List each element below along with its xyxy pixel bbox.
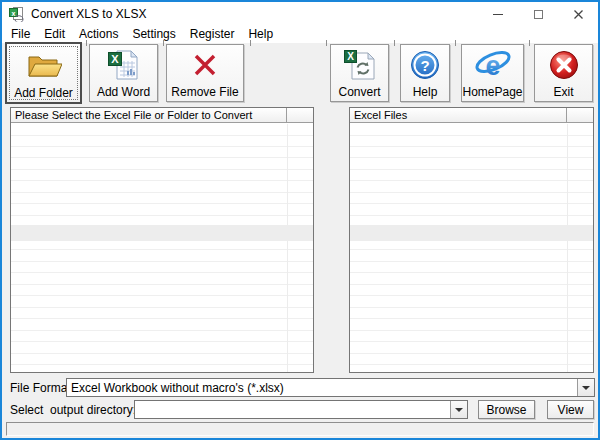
source-list-column-header[interactable]: Please Select the Excel File or Folder t… [11, 108, 287, 122]
menu-help[interactable]: Help [241, 26, 280, 43]
svg-text:X: X [347, 51, 354, 62]
app-icon: x [8, 6, 24, 22]
menu-register[interactable]: Register [183, 26, 242, 43]
svg-text:x: x [12, 10, 16, 17]
exit-cross-icon [548, 45, 580, 85]
question-mark-icon: ? [409, 45, 441, 85]
output-directory-label: Select output directory: [10, 403, 136, 417]
svg-text:X: X [111, 53, 119, 65]
convert-document-icon: X [343, 45, 377, 85]
add-word-button[interactable]: X Add Word [89, 44, 158, 102]
excel-list-body[interactable] [350, 124, 593, 372]
toolbar-button-label: Convert [338, 85, 380, 99]
toolbar-button-label: Add Word [97, 85, 150, 99]
menu-settings[interactable]: Settings [125, 26, 182, 43]
source-list-header: Please Select the Excel File or Folder t… [11, 108, 313, 123]
menu-edit[interactable]: Edit [37, 26, 72, 43]
file-format-combobox[interactable]: Excel Workbook without macro's (*.xlsx) [66, 378, 595, 397]
minimize-button[interactable] [478, 2, 518, 26]
source-files-list[interactable]: Please Select the Excel File or Folder t… [10, 107, 314, 373]
red-cross-icon [189, 45, 221, 85]
excel-list-extra-column[interactable] [567, 108, 593, 122]
toolbar-separator [529, 40, 530, 46]
row-highlight [350, 225, 593, 241]
output-directory-dropdown-button[interactable] [450, 401, 467, 418]
toolbar-button-label: Exit [553, 85, 573, 99]
toolbar-button-label: HomePage [462, 85, 522, 99]
file-format-label: File Format: [10, 381, 74, 395]
toolbar-button-label: Remove File [171, 85, 238, 99]
close-icon [573, 9, 584, 20]
toolbar-button-label: Help [413, 85, 438, 99]
toolbar-separator [394, 40, 395, 46]
toolbar-separator [250, 40, 251, 46]
exit-button[interactable]: Exit [534, 44, 593, 102]
column-divider [287, 124, 288, 372]
open-folder-icon [26, 44, 62, 86]
menu-file[interactable]: File [4, 26, 37, 43]
excel-document-icon: X [107, 45, 141, 85]
add-folder-button[interactable]: Add Folder [5, 42, 82, 104]
maximize-icon [534, 10, 543, 19]
file-format-dropdown-button[interactable] [577, 379, 594, 396]
excel-files-list[interactable]: Excel Files [349, 107, 594, 373]
help-button[interactable]: ? Help [400, 44, 450, 102]
svg-text:e: e [485, 51, 500, 81]
toolbar-button-label: Add Folder [14, 86, 73, 100]
menu-actions[interactable]: Actions [72, 26, 125, 43]
source-list-extra-column[interactable] [287, 108, 313, 122]
minimize-icon [493, 14, 503, 15]
app-window: x Convert XLS to XLSX File Edit Actions … [0, 0, 600, 440]
svg-text:?: ? [420, 57, 429, 74]
excel-list-header: Excel Files [350, 108, 593, 123]
chevron-down-icon [582, 386, 590, 390]
toolbar-separator [86, 40, 87, 46]
chevron-down-icon [455, 408, 463, 412]
browse-button[interactable]: Browse [478, 400, 535, 419]
window-title: Convert XLS to XLSX [31, 7, 146, 21]
internet-explorer-icon: e [473, 45, 513, 85]
toolbar-separator [455, 40, 456, 46]
convert-button[interactable]: X Convert [330, 44, 389, 102]
menu-bar: File Edit Actions Settings Register Help [2, 26, 598, 43]
excel-list-column-header[interactable]: Excel Files [350, 108, 567, 122]
column-divider [567, 124, 568, 372]
title-bar: x Convert XLS to XLSX [2, 2, 598, 26]
toolbar-separator [326, 40, 327, 46]
file-format-value: Excel Workbook without macro's (*.xlsx) [71, 381, 574, 395]
row-highlight [11, 225, 313, 241]
close-button[interactable] [558, 2, 598, 26]
homepage-button[interactable]: e HomePage [461, 44, 524, 102]
status-bar [6, 422, 594, 436]
toolbar-separator [163, 40, 164, 46]
maximize-button[interactable] [518, 2, 558, 26]
window-controls [478, 2, 598, 26]
remove-file-button[interactable]: Remove File [166, 44, 244, 102]
output-directory-combobox[interactable] [134, 400, 468, 419]
source-list-body[interactable] [11, 124, 313, 372]
view-button[interactable]: View [547, 400, 594, 419]
